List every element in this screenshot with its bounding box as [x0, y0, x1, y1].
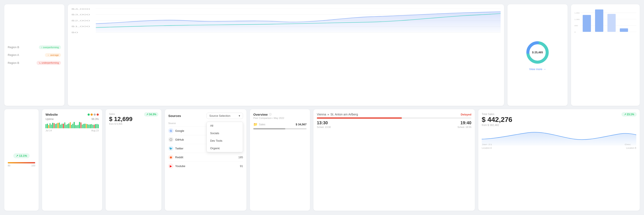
reddit-icon: ◉ [168, 155, 174, 160]
total-sales-chart-svg: Jan 21 Dec [482, 128, 636, 146]
svg-text:$4,000: $4,000 [71, 8, 90, 10]
arrow-right-icon: → [47, 54, 49, 56]
uptime-bar-12 [62, 124, 62, 128]
sales-folder-icon: 📁 [253, 122, 258, 126]
uptime-bar-4 [51, 124, 52, 128]
sources-header: Sources Source Selection ▾ All Socials D… [168, 113, 243, 119]
train-to: St. Anton am Arlberg [330, 113, 358, 116]
uptime-bar-16 [67, 124, 68, 128]
source-name-reddit: ◉ Reddit [168, 155, 183, 160]
dropdown-label: Source Selection [209, 114, 230, 117]
train-from: Vienna [317, 113, 326, 116]
total-sales-x-labels: Location A Location B [482, 147, 636, 149]
uptime-bar-18 [70, 122, 71, 128]
uptime-bar-27 [82, 124, 83, 128]
range-bar [8, 162, 35, 163]
website-icons [88, 114, 99, 116]
uptime-bar-31 [87, 124, 88, 128]
uptime-bar-24 [78, 125, 78, 128]
svg-text:1,300: 1,300 [574, 19, 580, 21]
view-more-link[interactable]: View more → [529, 68, 546, 71]
dropdown-menu: All Socials Dev Tools Organic [206, 122, 243, 152]
svg-text:Jan 21: Jan 21 [482, 143, 492, 146]
source-row-youtube: ▶ Youtube 91 [168, 161, 243, 170]
date-end: Aug 23 [91, 129, 99, 132]
total-sales-badge: ↗ 23.1% [622, 112, 637, 117]
dropdown-item-socials[interactable]: Socials [207, 129, 243, 137]
train-progress-fill [317, 117, 402, 119]
uptime-bar-7 [55, 124, 56, 128]
train-sched: Sched. 13:30 Sched. 18:55 [317, 126, 472, 128]
uptime-bar-30 [86, 124, 87, 128]
svg-rect-34 [595, 10, 603, 32]
dropdown-item-devtools[interactable]: Dev Tools [207, 137, 243, 144]
source-selection-dropdown[interactable]: Source Selection ▾ [206, 113, 243, 119]
uptime-bar-37 [95, 124, 96, 128]
overview-row: 📁 Sales $ 34,567 [253, 122, 306, 126]
region-b-label-2: Region B [8, 61, 19, 65]
website-title: Website [46, 113, 58, 116]
uptime-bar-19 [71, 125, 72, 128]
region-card: Region B ↑ overperforming Region A → ave… [4, 4, 64, 106]
settings-dot [94, 114, 96, 116]
date-start: Jul 14 [46, 129, 52, 132]
overview-sales-amount: $ 34,567 [296, 123, 306, 126]
svg-text:0: 0 [574, 31, 576, 33]
train-sched-arr: Sched. 18:55 [458, 126, 472, 128]
range-bar-wrapper: 80 100 [8, 162, 35, 167]
arrow-up-icon-1: ↑ [41, 46, 42, 49]
svg-text:1,950: 1,950 [574, 12, 580, 14]
uptime-bar-21 [74, 122, 74, 128]
website-card: Website Uptime 98.3% Jul 14 Aug 23 [42, 109, 102, 211]
uptime-bar-11 [60, 124, 61, 128]
uptime-label: Uptime [46, 118, 54, 121]
uptime-bar-20 [72, 124, 73, 128]
uptime-bar-0 [46, 124, 46, 128]
line-chart-svg: $0 $1,000 $2,000 $3,000 $4,000 [71, 8, 500, 34]
region-a-label: Region A [8, 53, 19, 57]
region-row-3: Region B ↘ underperforming [8, 61, 61, 65]
region-b-label-1: Region B [8, 46, 19, 49]
uptime-bar-22 [75, 125, 76, 128]
uptime-bar-29 [84, 124, 85, 128]
twitter-icon: 🐦 [168, 146, 174, 151]
train-times: 13:30 19:40 [317, 120, 472, 125]
uptime-bar-5 [52, 123, 53, 128]
uptime-bar-35 [92, 125, 94, 128]
google-icon: G [168, 128, 174, 133]
status-dot-green [88, 114, 90, 116]
svg-text:$3,000: $3,000 [71, 14, 90, 16]
donut-wrapper: $ 25,465 [525, 40, 550, 65]
uptime-bar-17 [68, 123, 69, 128]
uptime-value: 98.3% [92, 118, 99, 121]
uptime-bar-23 [76, 125, 77, 128]
svg-text:$0: $0 [71, 31, 78, 34]
train-arrow-icon: » [327, 113, 329, 116]
info-icon: ⓘ [269, 113, 272, 116]
uptime-bar-32 [88, 124, 89, 128]
uptime-bar-15 [66, 125, 66, 128]
uptime-bar-6 [54, 123, 54, 128]
uptime-bar-26 [80, 122, 81, 128]
train-sched-dep: Sched. 13:30 [317, 126, 331, 128]
google-label: Google [175, 129, 184, 132]
svg-text:650: 650 [574, 25, 578, 27]
sales-small-card: Sales $ 12,699 from $ 9,456 ↗ 34.3% [106, 109, 162, 211]
bar-chart-card: 0 650 1,300 1,950 Amphibians Birds Crust… [571, 4, 640, 106]
date-row: Jul 14 Aug 23 [46, 129, 99, 132]
uptime-bar-38 [96, 124, 98, 128]
overview-sub: Peer Comparison • May 2022 [253, 117, 306, 119]
sales-x-location-a: Location A [482, 147, 492, 149]
source-name-twitter: 🐦 Twitter [168, 146, 183, 151]
uptime-bar-28 [83, 124, 84, 128]
train-route: Vienna » St. Anton am Arlberg Delayed [317, 113, 472, 116]
sales-from: from $ 9,456 [109, 123, 158, 125]
dropdown-item-all[interactable]: All [207, 122, 243, 129]
region-b-badge-2: ↘ underperforming [36, 61, 61, 65]
dropdown-item-organic[interactable]: Organic [207, 144, 243, 152]
uptime-bar-3 [50, 123, 50, 128]
uptime-bar-1 [47, 124, 48, 128]
sales-x-location-b: Location B [626, 147, 636, 149]
website-header: Website [46, 113, 99, 116]
svg-text:Dec: Dec [625, 143, 631, 146]
